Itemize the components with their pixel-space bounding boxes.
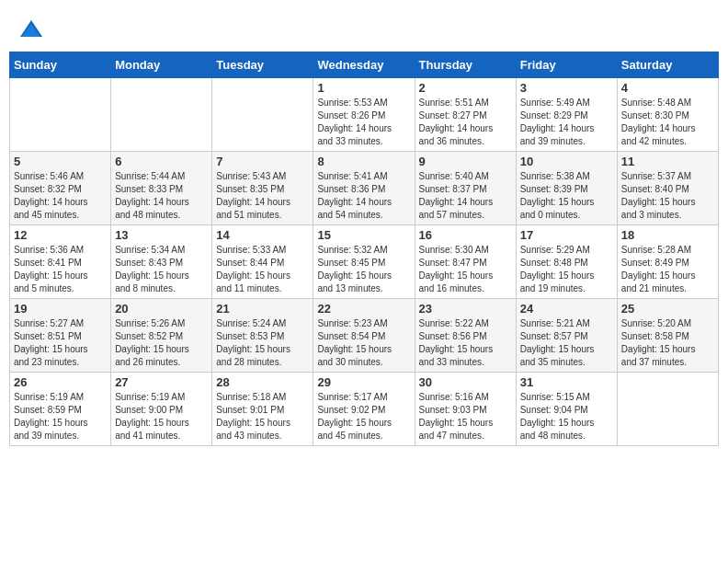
calendar-cell: 22Sunrise: 5:23 AMSunset: 8:54 PMDayligh… bbox=[313, 299, 415, 373]
day-number: 16 bbox=[419, 228, 512, 242]
day-number: 7 bbox=[216, 155, 309, 168]
day-number: 14 bbox=[216, 228, 309, 242]
day-info: Sunrise: 5:19 AMSunset: 8:59 PMDaylight:… bbox=[14, 391, 107, 442]
calendar-week-row: 12Sunrise: 5:36 AMSunset: 8:41 PMDayligh… bbox=[10, 225, 719, 299]
calendar-cell: 9Sunrise: 5:40 AMSunset: 8:37 PMDaylight… bbox=[415, 152, 516, 225]
day-number: 10 bbox=[520, 155, 613, 168]
calendar-cell: 6Sunrise: 5:44 AMSunset: 8:33 PMDaylight… bbox=[111, 152, 212, 225]
day-info: Sunrise: 5:41 AMSunset: 8:36 PMDaylight:… bbox=[317, 170, 410, 222]
day-info: Sunrise: 5:29 AMSunset: 8:48 PMDaylight:… bbox=[520, 244, 613, 295]
calendar-cell: 3Sunrise: 5:49 AMSunset: 8:29 PMDaylight… bbox=[516, 78, 617, 152]
calendar-cell: 17Sunrise: 5:29 AMSunset: 8:48 PMDayligh… bbox=[516, 225, 617, 299]
day-number: 5 bbox=[14, 155, 107, 168]
calendar-cell: 28Sunrise: 5:18 AMSunset: 9:01 PMDayligh… bbox=[212, 373, 313, 446]
day-info: Sunrise: 5:19 AMSunset: 9:00 PMDaylight:… bbox=[115, 391, 208, 442]
calendar-cell: 18Sunrise: 5:28 AMSunset: 8:49 PMDayligh… bbox=[617, 225, 718, 299]
calendar-cell bbox=[10, 78, 111, 152]
calendar-cell: 13Sunrise: 5:34 AMSunset: 8:43 PMDayligh… bbox=[111, 225, 212, 299]
calendar-table: SundayMondayTuesdayWednesdayThursdayFrid… bbox=[9, 52, 719, 446]
day-number: 15 bbox=[317, 228, 410, 242]
day-number: 28 bbox=[216, 375, 309, 389]
calendar-cell: 7Sunrise: 5:43 AMSunset: 8:35 PMDaylight… bbox=[212, 152, 313, 225]
day-info: Sunrise: 5:37 AMSunset: 8:40 PMDaylight:… bbox=[621, 170, 714, 222]
calendar-week-row: 5Sunrise: 5:46 AMSunset: 8:32 PMDaylight… bbox=[10, 152, 719, 225]
calendar-cell bbox=[617, 373, 718, 446]
day-number: 3 bbox=[520, 81, 613, 95]
day-number: 4 bbox=[621, 81, 714, 95]
day-number: 18 bbox=[621, 228, 714, 242]
weekday-header-wednesday: Wednesday bbox=[313, 52, 415, 78]
calendar-cell: 26Sunrise: 5:19 AMSunset: 8:59 PMDayligh… bbox=[10, 373, 111, 446]
calendar-cell: 25Sunrise: 5:20 AMSunset: 8:58 PMDayligh… bbox=[617, 299, 718, 373]
calendar-cell: 27Sunrise: 5:19 AMSunset: 9:00 PMDayligh… bbox=[111, 373, 212, 446]
day-number: 1 bbox=[317, 81, 410, 95]
day-info: Sunrise: 5:30 AMSunset: 8:47 PMDaylight:… bbox=[419, 244, 512, 295]
day-info: Sunrise: 5:18 AMSunset: 9:01 PMDaylight:… bbox=[216, 391, 309, 442]
day-number: 13 bbox=[115, 228, 208, 242]
calendar-week-row: 26Sunrise: 5:19 AMSunset: 8:59 PMDayligh… bbox=[10, 373, 719, 446]
calendar-cell: 29Sunrise: 5:17 AMSunset: 9:02 PMDayligh… bbox=[313, 373, 415, 446]
day-number: 29 bbox=[317, 375, 410, 389]
day-info: Sunrise: 5:22 AMSunset: 8:56 PMDaylight:… bbox=[419, 317, 512, 369]
day-number: 31 bbox=[520, 375, 613, 389]
day-number: 30 bbox=[419, 375, 512, 389]
day-number: 9 bbox=[419, 155, 512, 168]
day-info: Sunrise: 5:43 AMSunset: 8:35 PMDaylight:… bbox=[216, 170, 309, 222]
day-info: Sunrise: 5:36 AMSunset: 8:41 PMDaylight:… bbox=[14, 244, 107, 295]
day-number: 21 bbox=[216, 302, 309, 316]
calendar-cell: 31Sunrise: 5:15 AMSunset: 9:04 PMDayligh… bbox=[516, 373, 617, 446]
calendar-cell: 21Sunrise: 5:24 AMSunset: 8:53 PMDayligh… bbox=[212, 299, 313, 373]
weekday-header-sunday: Sunday bbox=[10, 52, 111, 78]
day-number: 23 bbox=[419, 302, 512, 316]
day-number: 8 bbox=[317, 155, 410, 168]
day-info: Sunrise: 5:46 AMSunset: 8:32 PMDaylight:… bbox=[14, 170, 107, 222]
calendar-cell: 14Sunrise: 5:33 AMSunset: 8:44 PMDayligh… bbox=[212, 225, 313, 299]
calendar-cell: 11Sunrise: 5:37 AMSunset: 8:40 PMDayligh… bbox=[617, 152, 718, 225]
day-info: Sunrise: 5:27 AMSunset: 8:51 PMDaylight:… bbox=[14, 317, 107, 369]
day-info: Sunrise: 5:51 AMSunset: 8:27 PMDaylight:… bbox=[419, 97, 512, 148]
calendar-cell: 30Sunrise: 5:16 AMSunset: 9:03 PMDayligh… bbox=[415, 373, 516, 446]
calendar-cell: 20Sunrise: 5:26 AMSunset: 8:52 PMDayligh… bbox=[111, 299, 212, 373]
calendar-week-row: 1Sunrise: 5:53 AMSunset: 8:26 PMDaylight… bbox=[10, 78, 719, 152]
day-number: 12 bbox=[14, 228, 107, 242]
day-info: Sunrise: 5:21 AMSunset: 8:57 PMDaylight:… bbox=[520, 317, 613, 369]
day-info: Sunrise: 5:53 AMSunset: 8:26 PMDaylight:… bbox=[317, 97, 410, 148]
day-info: Sunrise: 5:17 AMSunset: 9:02 PMDaylight:… bbox=[317, 391, 410, 442]
day-info: Sunrise: 5:28 AMSunset: 8:49 PMDaylight:… bbox=[621, 244, 714, 295]
day-info: Sunrise: 5:24 AMSunset: 8:53 PMDaylight:… bbox=[216, 317, 309, 369]
calendar-cell: 2Sunrise: 5:51 AMSunset: 8:27 PMDaylight… bbox=[415, 78, 516, 152]
day-info: Sunrise: 5:20 AMSunset: 8:58 PMDaylight:… bbox=[621, 317, 714, 369]
day-info: Sunrise: 5:26 AMSunset: 8:52 PMDaylight:… bbox=[115, 317, 208, 369]
day-info: Sunrise: 5:23 AMSunset: 8:54 PMDaylight:… bbox=[317, 317, 410, 369]
calendar-cell: 23Sunrise: 5:22 AMSunset: 8:56 PMDayligh… bbox=[415, 299, 516, 373]
day-info: Sunrise: 5:16 AMSunset: 9:03 PMDaylight:… bbox=[419, 391, 512, 442]
day-number: 2 bbox=[419, 81, 512, 95]
day-number: 25 bbox=[621, 302, 714, 316]
day-info: Sunrise: 5:33 AMSunset: 8:44 PMDaylight:… bbox=[216, 244, 309, 295]
weekday-header-friday: Friday bbox=[516, 52, 617, 78]
calendar-cell: 19Sunrise: 5:27 AMSunset: 8:51 PMDayligh… bbox=[10, 299, 111, 373]
day-info: Sunrise: 5:32 AMSunset: 8:45 PMDaylight:… bbox=[317, 244, 410, 295]
day-info: Sunrise: 5:40 AMSunset: 8:37 PMDaylight:… bbox=[419, 170, 512, 222]
calendar-cell bbox=[212, 78, 313, 152]
day-number: 19 bbox=[14, 302, 107, 316]
weekday-header-saturday: Saturday bbox=[617, 52, 718, 78]
calendar-week-row: 19Sunrise: 5:27 AMSunset: 8:51 PMDayligh… bbox=[10, 299, 719, 373]
day-number: 20 bbox=[115, 302, 208, 316]
day-number: 17 bbox=[520, 228, 613, 242]
day-number: 26 bbox=[14, 375, 107, 389]
calendar-cell: 15Sunrise: 5:32 AMSunset: 8:45 PMDayligh… bbox=[313, 225, 415, 299]
day-info: Sunrise: 5:34 AMSunset: 8:43 PMDaylight:… bbox=[115, 244, 208, 295]
day-number: 27 bbox=[115, 375, 208, 389]
calendar-cell: 4Sunrise: 5:48 AMSunset: 8:30 PMDaylight… bbox=[617, 78, 718, 152]
day-info: Sunrise: 5:48 AMSunset: 8:30 PMDaylight:… bbox=[621, 97, 714, 148]
weekday-header-monday: Monday bbox=[111, 52, 212, 78]
calendar-cell: 10Sunrise: 5:38 AMSunset: 8:39 PMDayligh… bbox=[516, 152, 617, 225]
calendar-cell: 16Sunrise: 5:30 AMSunset: 8:47 PMDayligh… bbox=[415, 225, 516, 299]
day-info: Sunrise: 5:15 AMSunset: 9:04 PMDaylight:… bbox=[520, 391, 613, 442]
logo bbox=[18, 17, 48, 42]
calendar-cell: 24Sunrise: 5:21 AMSunset: 8:57 PMDayligh… bbox=[516, 299, 617, 373]
calendar-cell: 5Sunrise: 5:46 AMSunset: 8:32 PMDaylight… bbox=[10, 152, 111, 225]
day-number: 11 bbox=[621, 155, 714, 168]
day-number: 22 bbox=[317, 302, 410, 316]
